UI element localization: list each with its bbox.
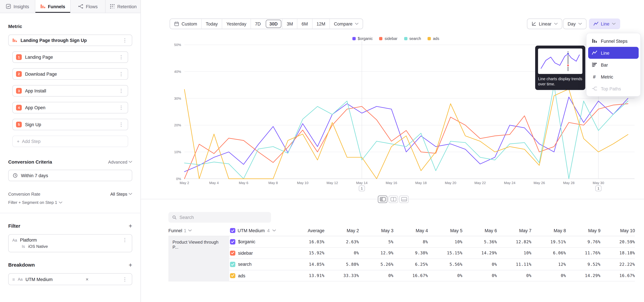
annotation-badge[interactable]: 1: [596, 186, 601, 191]
filter-segment-dropdown[interactable]: Filter + Segment on Step 1: [8, 200, 132, 205]
line-icon: [592, 50, 597, 56]
chart-type-menu: Funnel StepsLineBar#MetricTop Paths: [586, 33, 641, 97]
range-3m-button[interactable]: 3M: [282, 19, 297, 29]
series-checkbox[interactable]: [230, 273, 235, 278]
funnel-step-app-install[interactable]: 3App Install⋮: [12, 85, 128, 97]
menu-item-line[interactable]: Line: [588, 47, 639, 59]
date-column-header[interactable]: May 7: [497, 228, 532, 233]
date-column-header[interactable]: May 4: [394, 228, 428, 233]
kebab-menu-icon[interactable]: ⋮: [118, 55, 124, 60]
range-7d-button[interactable]: 7D: [250, 19, 265, 29]
conversion-rate-label: Conversion Rate: [8, 192, 40, 196]
menu-item-bar[interactable]: Bar: [588, 59, 639, 71]
breakdown-heading: Breakdown: [8, 262, 35, 268]
funnel-name-cell[interactable]: Product Viewed through P...: [168, 236, 229, 281]
add-breakdown-button[interactable]: +: [129, 262, 132, 268]
legend-swatch: [404, 37, 407, 40]
date-column-header[interactable]: May 6: [462, 228, 497, 233]
advanced-dropdown[interactable]: Advanced: [108, 160, 132, 164]
flows-icon: [78, 4, 83, 9]
range-12m-button[interactable]: 12M: [312, 19, 330, 29]
funnel-step-landing-page[interactable]: 1Landing Page⋮: [12, 51, 128, 63]
layout-split-toggle[interactable]: [378, 196, 387, 203]
kebab-menu-icon[interactable]: ⋮: [118, 122, 124, 127]
menu-item-metric[interactable]: #Metric: [588, 71, 639, 82]
tab-retention[interactable]: Retention: [106, 0, 141, 13]
kebab-menu-icon[interactable]: ⋮: [118, 72, 124, 76]
funnel-column-header[interactable]: Funnel 1: [168, 228, 230, 233]
date-column-header[interactable]: May 10: [600, 228, 635, 233]
kebab-menu-icon[interactable]: ⋮: [122, 238, 128, 242]
layout-table-toggle[interactable]: [399, 196, 408, 203]
tab-funnels[interactable]: Funnels: [35, 0, 70, 13]
kebab-menu-icon[interactable]: ⋮: [118, 88, 124, 93]
cell-value: 14.29%: [462, 251, 497, 255]
scale-dropdown-button[interactable]: Linear: [527, 18, 562, 29]
table-row-organic[interactable]: $organic16.03%2.63%5%8%10%5.36%12.82%19.…: [168, 236, 635, 248]
conversion-window-button[interactable]: Within 7 days: [8, 170, 132, 181]
menu-item-funnel-steps[interactable]: Funnel Steps: [588, 35, 639, 47]
search-input[interactable]: [180, 215, 267, 220]
tooltip-preview-chart: [538, 48, 582, 74]
chart-type-dropdown-button[interactable]: Line: [589, 18, 620, 29]
date-column-header[interactable]: May 9: [566, 228, 600, 233]
drag-handle-icon[interactable]: ≡: [12, 277, 15, 282]
all-steps-dropdown[interactable]: All Steps: [110, 192, 132, 196]
layout-chart-toggle[interactable]: [388, 196, 398, 203]
kebab-menu-icon[interactable]: ⋮: [118, 105, 124, 110]
filter-value[interactable]: iOS Native: [28, 244, 48, 249]
filter-card[interactable]: Aa Platform ⋮ Is iOS Native: [8, 234, 132, 252]
series-checkbox[interactable]: [230, 262, 235, 267]
legend-item-ads[interactable]: ads: [428, 36, 439, 41]
series-checkbox[interactable]: [230, 250, 235, 256]
cell-value: 9.76%: [566, 240, 600, 244]
divider: [0, 213, 140, 213]
tab-insights[interactable]: Insights: [0, 0, 35, 13]
utm-column-header[interactable]: UTM Medium 4: [230, 228, 288, 233]
range-6m-button[interactable]: 6M: [297, 19, 312, 29]
series-name: $organic: [238, 239, 255, 244]
date-column-header[interactable]: May 2: [324, 228, 359, 233]
legend-swatch: [379, 37, 383, 40]
legend-item-organic[interactable]: $organic: [352, 36, 373, 41]
add-step-button[interactable]: + Add Step: [12, 136, 128, 147]
funnel-steps-icon: [592, 38, 597, 44]
funnel-steps-list: 1Landing Page⋮2Download Page⋮3App Instal…: [8, 51, 132, 130]
average-column-header[interactable]: Average: [288, 228, 324, 233]
range-yesterday-button[interactable]: Yesterday: [222, 19, 250, 29]
legend-item-sidebar[interactable]: sidebar: [379, 36, 398, 41]
kebab-menu-icon[interactable]: ⋮: [122, 38, 128, 42]
funnel-step-download-page[interactable]: 2Download Page⋮: [12, 68, 128, 80]
filter-operator[interactable]: Is: [22, 244, 25, 249]
series-checkbox[interactable]: [230, 239, 235, 244]
select-all-checkbox[interactable]: [230, 228, 235, 233]
clock-icon: [13, 173, 18, 178]
cell-value: 12.9%: [359, 251, 394, 255]
range-30d-button[interactable]: 30D: [266, 20, 282, 28]
date-column-header[interactable]: May 3: [359, 228, 394, 233]
funnel-step-app-open[interactable]: 4App Open⋮: [12, 102, 128, 114]
tab-flows[interactable]: Flows: [70, 0, 106, 13]
average-value: 13.91%: [288, 273, 324, 278]
plus-icon: +: [17, 139, 20, 144]
funnel-title-card[interactable]: Landing Page through Sign Up ⋮: [8, 34, 132, 46]
annotation-badge[interactable]: 1: [359, 186, 364, 191]
legend-item-search[interactable]: search: [404, 36, 421, 41]
funnel-step-sign-up[interactable]: 5Sign Up⋮: [12, 119, 128, 130]
layout-toggles: [378, 196, 409, 203]
date-column-header[interactable]: May 8: [532, 228, 566, 233]
add-filter-button[interactable]: +: [129, 223, 132, 229]
compare-button[interactable]: Compare: [330, 19, 363, 29]
close-icon[interactable]: ×: [86, 276, 88, 282]
table-row-ads[interactable]: ads13.91%33.33%0%16.67%0%0%0%0%14.29%16.…: [168, 270, 635, 281]
date-column-header[interactable]: May 5: [428, 228, 462, 233]
table-row-search[interactable]: search14.85%5.88%5.26%6.25%5.56%0%11.11%…: [168, 259, 635, 270]
table-row-sidebar[interactable]: sidebar15.92%0%12.9%9.38%15.15%14.29%10%…: [168, 248, 635, 259]
cell-value: 18.18%: [600, 251, 635, 255]
range-today-button[interactable]: Today: [201, 19, 222, 29]
kebab-menu-icon[interactable]: ⋮: [122, 277, 128, 282]
range-custom-button[interactable]: Custom: [170, 19, 201, 29]
interval-dropdown-button[interactable]: Day: [563, 18, 586, 29]
svg-text:May 10: May 10: [297, 181, 308, 185]
breakdown-card[interactable]: ≡ Aa UTM Medium × ⋮: [8, 273, 132, 285]
